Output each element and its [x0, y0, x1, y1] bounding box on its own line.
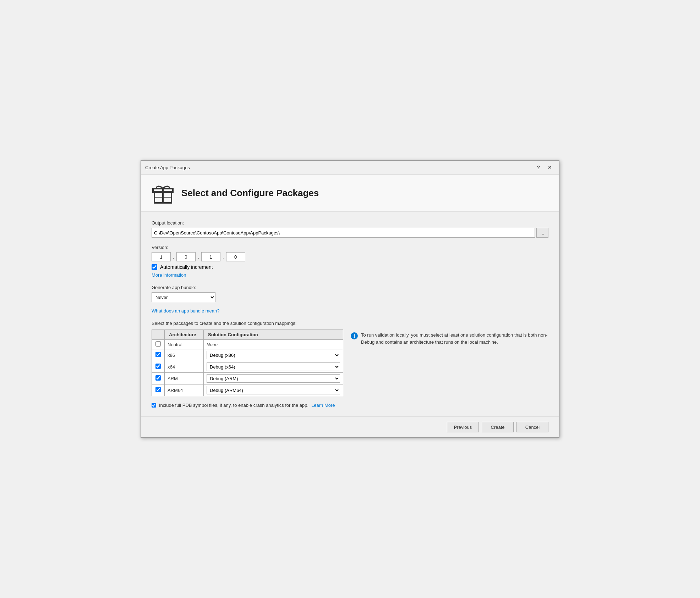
help-button[interactable]: ? [534, 164, 543, 171]
version-row: . . . [152, 252, 548, 261]
info-panel: i To run validation locally, you must se… [350, 330, 548, 345]
close-button[interactable]: ✕ [545, 164, 555, 171]
version-build[interactable] [226, 252, 245, 261]
header-title: Select and Configure Packages [181, 188, 319, 199]
row-check-cell [152, 373, 165, 384]
pdb-checkbox[interactable] [152, 403, 156, 408]
packages-label: Select the packages to create and the so… [152, 321, 548, 326]
footer: Previous Create Cancel [141, 416, 559, 437]
row-checkbox-neutral[interactable] [155, 341, 161, 347]
content-area: Output location: ... Version: . . . Auto… [141, 212, 559, 416]
version-minor[interactable] [176, 252, 196, 261]
row-config-arm64: Debug (ARM64) Release (ARM64) [204, 384, 343, 396]
package-icon [152, 182, 174, 204]
row-arch-x86: x86 [165, 349, 204, 361]
row-config-x86: Debug (x86) Release (x86) [204, 349, 343, 361]
row-arch-x64: x64 [165, 361, 204, 373]
bundle-label: Generate app bundle: [152, 285, 548, 290]
more-info-link[interactable]: More information [152, 272, 186, 278]
packages-section: Select the packages to create and the so… [152, 321, 548, 408]
row-config-arm: Debug (ARM) Release (ARM) [204, 373, 343, 384]
info-text: To run validation locally, you must sele… [361, 332, 548, 345]
info-icon: i [350, 332, 358, 340]
row-check-cell [152, 361, 165, 373]
learn-more-link[interactable]: Learn More [311, 403, 335, 408]
row-config-neutral: None [204, 340, 343, 349]
row-check-cell [152, 349, 165, 361]
svg-text:i: i [354, 333, 355, 339]
table-row: x64 Debug (x64) Release (x64) [152, 361, 343, 373]
dialog-title: Create App Packages [145, 165, 190, 170]
output-location-input[interactable] [152, 228, 535, 238]
row-checkbox-arm[interactable] [155, 375, 161, 381]
table-row: ARM64 Debug (ARM64) Release (ARM64) [152, 384, 343, 396]
table-header-row: Architecture Solution Configuration [152, 330, 343, 340]
auto-increment-row: Automatically increment [152, 264, 548, 270]
version-label: Version: [152, 245, 548, 250]
previous-button[interactable]: Previous [447, 422, 479, 432]
config-select-arm[interactable]: Debug (ARM) Release (ARM) [207, 374, 340, 383]
col-header-architecture: Architecture [165, 330, 204, 340]
table-row: x86 Debug (x86) Release (x86) [152, 349, 343, 361]
cancel-button[interactable]: Cancel [516, 422, 548, 432]
output-location-label: Output location: [152, 220, 548, 226]
version-group: Version: . . . Automatically increment M… [152, 245, 548, 278]
config-select-x64[interactable]: Debug (x64) Release (x64) [207, 362, 340, 371]
bundle-group: Generate app bundle: Never Always If nee… [152, 285, 548, 314]
col-header-solution-config: Solution Configuration [204, 330, 343, 340]
pdb-label: Include full PDB symbol files, if any, t… [159, 403, 308, 408]
row-checkbox-x86[interactable] [155, 352, 161, 357]
row-arch-arm: ARM [165, 373, 204, 384]
title-bar: Create App Packages ? ✕ [141, 161, 559, 175]
pdb-row: Include full PDB symbol files, if any, t… [152, 403, 548, 408]
header-area: Select and Configure Packages [141, 175, 559, 212]
config-select-x86[interactable]: Debug (x86) Release (x86) [207, 351, 340, 359]
version-major[interactable] [152, 252, 171, 261]
bundle-info-link[interactable]: What does an app bundle mean? [152, 308, 220, 314]
output-location-group: Output location: ... [152, 220, 548, 238]
table-row: Neutral None [152, 340, 343, 349]
row-arch-neutral: Neutral [165, 340, 204, 349]
row-checkbox-arm64[interactable] [155, 387, 161, 392]
browse-button[interactable]: ... [536, 228, 548, 238]
row-checkbox-x64[interactable] [155, 364, 161, 369]
row-check-cell [152, 340, 165, 349]
col-header-check [152, 330, 165, 340]
packages-table: Architecture Solution Configuration Neut… [152, 330, 343, 396]
packages-table-wrap: Architecture Solution Configuration Neut… [152, 330, 343, 396]
table-row: ARM Debug (ARM) Release (ARM) [152, 373, 343, 384]
bundle-dropdown-row: Never Always If needed [152, 292, 548, 302]
create-button[interactable]: Create [482, 422, 514, 432]
bundle-select[interactable]: Never Always If needed [152, 292, 215, 302]
row-check-cell [152, 384, 165, 396]
version-patch[interactable] [201, 252, 220, 261]
auto-increment-label: Automatically increment [160, 264, 213, 270]
title-bar-buttons: ? ✕ [534, 164, 555, 171]
row-config-x64: Debug (x64) Release (x64) [204, 361, 343, 373]
config-select-arm64[interactable]: Debug (ARM64) Release (ARM64) [207, 386, 340, 394]
auto-increment-checkbox[interactable] [152, 264, 157, 270]
packages-layout: Architecture Solution Configuration Neut… [152, 330, 548, 396]
output-row: ... [152, 228, 548, 238]
dialog: Create App Packages ? ✕ Select and Confi… [141, 160, 559, 438]
row-arch-arm64: ARM64 [165, 384, 204, 396]
